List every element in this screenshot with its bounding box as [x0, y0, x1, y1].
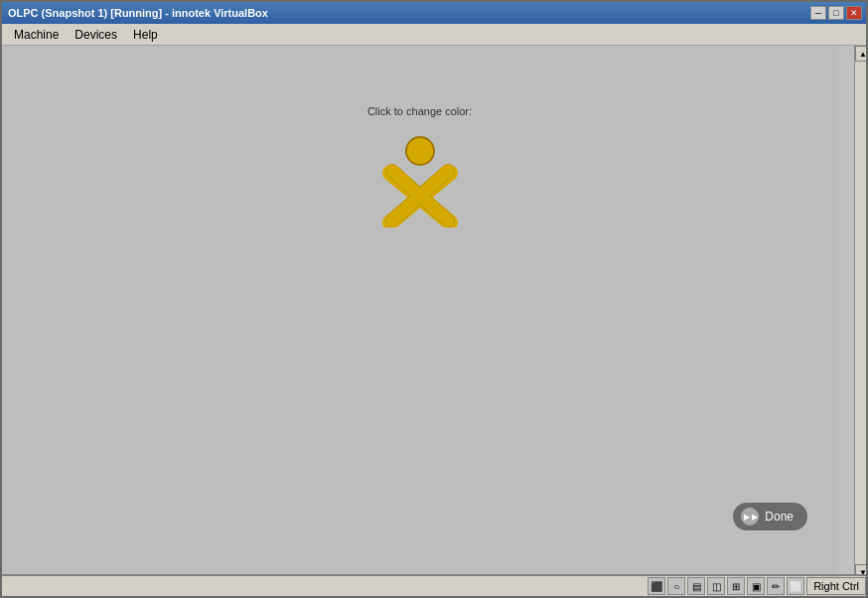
main-area: Click to change color: — [2, 46, 868, 596]
vm-screen-background[interactable]: Click to change color: — [2, 46, 837, 580]
olpc-figure[interactable] — [380, 133, 460, 227]
restore-button[interactable]: □ — [828, 6, 844, 20]
right-ctrl-label: Right Ctrl — [813, 580, 859, 592]
virtualbox-window: OLPC (Snapshot 1) [Running] - innotek Vi… — [0, 0, 868, 598]
done-play-icon: ▶ — [741, 508, 759, 525]
menu-machine[interactable]: Machine — [6, 26, 67, 44]
done-label: Done — [765, 510, 794, 523]
svg-point-0 — [406, 137, 434, 165]
menu-help[interactable]: Help — [125, 26, 166, 44]
status-icon-3[interactable]: ▤ — [687, 577, 705, 595]
menu-devices[interactable]: Devices — [67, 26, 125, 44]
scroll-up-button[interactable]: ▲ — [855, 46, 868, 62]
right-ctrl-button[interactable]: Right Ctrl — [806, 577, 866, 595]
click-to-change-text: Click to change color: — [367, 105, 472, 117]
status-icon-8[interactable]: ⬜ — [787, 577, 804, 595]
title-buttons: ─ □ ✕ — [810, 6, 862, 20]
status-icon-5[interactable]: ⊞ — [727, 577, 745, 595]
status-icon-1[interactable]: ⬛ — [648, 577, 665, 595]
done-button[interactable]: ▶ Done — [733, 503, 807, 530]
status-icon-7[interactable]: ✏ — [767, 577, 785, 595]
status-bar: ⬛ ○ ▤ ◫ ⊞ ▣ ✏ ⬜ Right Ctrl — [2, 574, 868, 596]
vm-area: Click to change color: — [2, 46, 854, 596]
status-icon-6[interactable]: ▣ — [747, 577, 765, 595]
menu-bar: Machine Devices Help — [2, 24, 866, 46]
vertical-scrollbar[interactable]: ▲ ▼ — [854, 46, 868, 596]
status-icon-4[interactable]: ◫ — [707, 577, 725, 595]
minimize-button[interactable]: ─ — [810, 6, 826, 20]
title-bar: OLPC (Snapshot 1) [Running] - innotek Vi… — [2, 2, 866, 24]
status-icon-2[interactable]: ○ — [667, 577, 685, 595]
scroll-track-v — [855, 62, 868, 564]
window-title: OLPC (Snapshot 1) [Running] - innotek Vi… — [8, 7, 810, 19]
close-button[interactable]: ✕ — [846, 6, 862, 20]
